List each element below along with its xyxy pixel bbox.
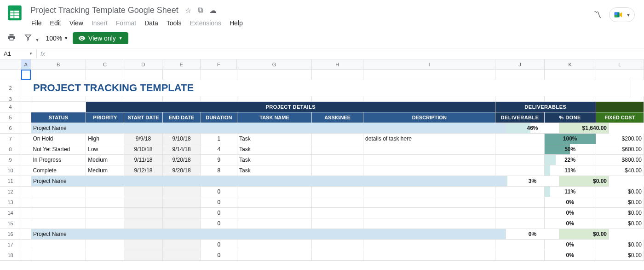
group-project-details[interactable]: PROJECT DETAILS (86, 102, 495, 112)
priority-cell[interactable]: Medium (86, 155, 124, 165)
cell[interactable] (596, 102, 644, 112)
priority-cell[interactable] (86, 197, 124, 208)
end-cell[interactable] (163, 208, 201, 218)
cell[interactable] (237, 96, 312, 102)
cost-cell[interactable]: $1,640.00 (559, 123, 609, 134)
row-header[interactable]: 18 (0, 250, 21, 261)
duration-cell[interactable]: 0 (201, 187, 237, 197)
cell[interactable] (21, 123, 31, 134)
menu-extensions[interactable]: Extensions (186, 18, 224, 29)
row-header[interactable] (0, 70, 21, 80)
duration-cell[interactable]: 0 (201, 197, 237, 208)
cell[interactable] (86, 70, 124, 80)
cell[interactable] (596, 70, 644, 80)
hdr-desc[interactable]: DESCRIPTION (363, 112, 495, 123)
col-header-E[interactable]: E (162, 59, 201, 69)
assignee-cell[interactable] (312, 144, 363, 155)
assignee-cell[interactable] (312, 250, 363, 261)
start-cell[interactable] (124, 187, 162, 197)
assignee-cell[interactable] (312, 155, 363, 165)
deliverable-cell[interactable] (495, 208, 544, 218)
cost-cell[interactable]: $0.00 (596, 208, 644, 218)
cell[interactable] (21, 197, 31, 208)
row-header[interactable]: 6 (0, 123, 21, 134)
task-cell[interactable] (237, 218, 312, 229)
cell[interactable] (21, 165, 31, 176)
row-header[interactable]: 10 (0, 165, 21, 176)
row-header[interactable]: 13 (0, 197, 21, 208)
start-cell[interactable]: 9/12/18 (124, 165, 162, 176)
duration-cell[interactable]: 0 (201, 208, 237, 218)
status-cell[interactable]: Complete (31, 165, 86, 176)
status-cell[interactable] (31, 240, 86, 250)
zoom-selector[interactable]: 100% ▼ (46, 35, 68, 42)
duration-cell[interactable]: 0 (201, 250, 237, 261)
row-header[interactable]: 17 (0, 240, 21, 250)
cost-cell[interactable]: $40.00 (596, 165, 644, 176)
move-icon[interactable]: ⧉ (198, 6, 203, 14)
pct-cell[interactable]: 46% (506, 123, 559, 134)
start-cell[interactable] (124, 208, 162, 218)
document-title[interactable]: Project Tracking Template Google Sheet (28, 5, 181, 16)
row-header[interactable]: 14 (0, 208, 21, 218)
menu-tools[interactable]: Tools (163, 18, 185, 29)
pct-cell[interactable]: 0% (545, 218, 596, 229)
duration-cell[interactable]: 9 (201, 155, 237, 165)
menu-view[interactable]: View (66, 18, 87, 29)
status-cell[interactable] (31, 197, 86, 208)
pct-cell[interactable]: 11% (545, 187, 596, 197)
deliverable-cell[interactable] (495, 165, 544, 176)
task-cell[interactable] (237, 197, 312, 208)
menu-file[interactable]: File (28, 18, 46, 29)
priority-cell[interactable]: Medium (86, 165, 124, 176)
start-cell[interactable] (124, 240, 162, 250)
cell[interactable] (237, 70, 312, 80)
cell[interactable] (21, 112, 31, 123)
spreadsheet-grid[interactable]: 23456789101112131415161718 ABCDEFGHIJKL … (0, 59, 644, 261)
cell[interactable] (21, 80, 31, 96)
cell[interactable] (363, 96, 495, 102)
cell[interactable] (21, 144, 31, 155)
pct-cell[interactable]: 22% (545, 155, 596, 165)
desc-cell[interactable] (363, 165, 495, 176)
cost-cell[interactable]: $0.00 (596, 240, 644, 250)
duration-cell[interactable]: 4 (201, 144, 237, 155)
duration-cell[interactable]: 8 (201, 165, 237, 176)
hdr-deliverable[interactable]: DELIVERABLE (495, 112, 544, 123)
priority-cell[interactable] (86, 250, 124, 261)
pct-cell[interactable]: 0% (545, 208, 596, 218)
assignee-cell[interactable] (312, 197, 363, 208)
hdr-pct[interactable]: % DONE (545, 112, 596, 123)
cell[interactable] (163, 70, 201, 80)
assignee-cell[interactable] (312, 218, 363, 229)
hdr-priority[interactable]: PRIORITY (86, 112, 124, 123)
start-cell[interactable] (124, 250, 162, 261)
assignee-cell[interactable] (312, 165, 363, 176)
cell[interactable] (21, 187, 31, 197)
cell[interactable] (21, 176, 31, 187)
menu-data[interactable]: Data (141, 18, 162, 29)
end-cell[interactable] (163, 240, 201, 250)
row-header[interactable]: 8 (0, 144, 21, 155)
row-header[interactable]: 2 (0, 80, 21, 96)
deliverable-cell[interactable] (495, 155, 544, 165)
deliverable-cell[interactable] (495, 250, 544, 261)
pct-cell[interactable]: 50% (545, 144, 596, 155)
print-icon[interactable] (6, 31, 17, 45)
priority-cell[interactable]: Low (86, 144, 124, 155)
desc-cell[interactable] (363, 187, 495, 197)
status-cell[interactable] (31, 187, 86, 197)
cell[interactable] (21, 208, 31, 218)
row-header[interactable]: 5 (0, 112, 21, 123)
priority-cell[interactable] (86, 187, 124, 197)
task-cell[interactable]: Task (237, 155, 312, 165)
cell[interactable] (21, 134, 31, 144)
task-cell[interactable] (237, 250, 312, 261)
priority-cell[interactable]: High (86, 134, 124, 144)
name-box[interactable]: A1 ▼ (0, 49, 37, 58)
assignee-cell[interactable] (312, 208, 363, 218)
end-cell[interactable]: 9/10/18 (163, 134, 201, 144)
end-cell[interactable]: 9/20/18 (163, 165, 201, 176)
hdr-cost[interactable]: FIXED COST (596, 112, 644, 123)
cell[interactable] (312, 96, 363, 102)
